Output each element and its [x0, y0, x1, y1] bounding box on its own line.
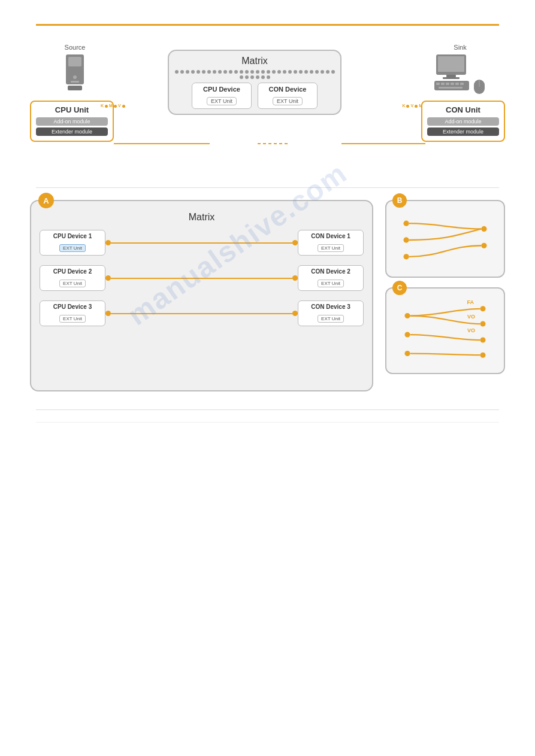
svg-point-29 [405, 351, 410, 356]
separator-1 [36, 187, 499, 188]
matrix-dot [272, 70, 276, 74]
kmv-k-label: K [101, 104, 104, 108]
kmv-v-label: V [118, 104, 121, 108]
kmv-k-right: K [402, 104, 405, 108]
matrix-a-title: Matrix [40, 212, 364, 223]
svg-rect-8 [443, 77, 460, 79]
svg-rect-15 [460, 83, 464, 85]
cpu-device-3-connector-dot [105, 311, 111, 316]
svg-point-23 [403, 237, 409, 242]
svg-rect-10 [436, 83, 440, 85]
panel-b-label: B [392, 193, 407, 208]
matrix-dot [245, 70, 249, 74]
cpu-device-3-box: CPU Device 3 EXT Unit [40, 300, 105, 326]
matrix-dot [229, 70, 232, 74]
kmv-v-dot-right [415, 105, 418, 108]
kmv-k-dot-right [406, 105, 409, 108]
matrix-dot [240, 75, 243, 79]
matrix-devices-row: CPU Device EXT Unit CON Device EXT Unit [174, 83, 335, 109]
cpu-device-1-title: CPU Device 1 [44, 233, 101, 239]
matrix-dot [256, 70, 259, 74]
matrix-dot [277, 70, 281, 74]
matrix-dot [283, 70, 286, 74]
matrix-dot [223, 70, 227, 74]
kmv-v-right: V [410, 104, 413, 108]
source-label: Source [36, 44, 114, 51]
top-accent-line [36, 24, 499, 26]
svg-point-32 [480, 338, 486, 343]
cpu-device-3-title: CPU Device 3 [44, 303, 101, 310]
svg-point-26 [481, 243, 486, 248]
con-addon-module-btn[interactable]: Add-on module [427, 117, 499, 126]
matrix-dot [310, 70, 313, 74]
monitor-icon [433, 53, 487, 95]
matrix-dots-row [174, 70, 335, 79]
matrix-dot [207, 70, 211, 74]
con-device-1-title: CON Device 1 [303, 233, 359, 239]
con-device-2-connector-dot [292, 275, 298, 281]
bottom-separator [36, 409, 499, 410]
kmv-labels-left: K M V [101, 104, 125, 108]
kmv-k-dot [105, 105, 108, 108]
panel-c-vo1-label: VO [467, 314, 475, 320]
cpu-device-3-ext: EXT Unit [59, 315, 86, 323]
matrix-title: Matrix [174, 56, 335, 66]
device-row-1: CPU Device 1 EXT Unit CON Device 1 EXT U… [40, 230, 364, 256]
svg-point-30 [480, 306, 486, 311]
svg-rect-6 [438, 56, 464, 72]
svg-rect-4 [68, 86, 82, 90]
matrix-dot [267, 70, 270, 74]
panel-c-diagram [392, 297, 498, 367]
con-device-1-connector-dot [292, 240, 298, 245]
device-row-2: CPU Device 2 EXT Unit CON Device 2 EXT U… [40, 265, 364, 291]
panel-b-box: B [385, 200, 505, 278]
kmv-v-dot [122, 105, 125, 108]
con-device-2-ext: EXT Unit [318, 280, 344, 287]
con-device-1-ext: EXT Unit [318, 244, 344, 252]
matrix-dot [304, 70, 308, 74]
panel-c-label: C [392, 281, 407, 295]
diagram2-section: A Matrix CPU Device 1 EXT Unit CON Devic… [30, 200, 505, 391]
matrix-con-device-box: CON Device EXT Unit [258, 83, 318, 109]
svg-point-24 [403, 254, 409, 259]
cpu-device-1-connector-dot [105, 240, 111, 245]
svg-rect-9 [434, 81, 469, 90]
panel-c-vo2-label: VO [467, 327, 475, 333]
device-row-3: CPU Device 3 EXT Unit CON Device 3 EXT U… [40, 300, 364, 326]
svg-rect-16 [439, 87, 463, 89]
matrix-dot [261, 70, 265, 74]
computer-tower-icon [60, 53, 90, 95]
svg-point-22 [403, 221, 409, 226]
matrix-a-label: A [38, 193, 54, 208]
side-panels: B C FA VO VO [385, 200, 505, 374]
addon-module-btn[interactable]: Add-on module [36, 117, 108, 126]
con-device-3-box: CON Device 3 EXT Unit [298, 300, 364, 326]
cpu-device-2-box: CPU Device 2 EXT Unit [40, 265, 105, 291]
matrix-dot [197, 70, 200, 74]
kmv-labels-right: K V M [402, 104, 422, 108]
matrix-dot [326, 70, 330, 74]
con-unit-box: CON Unit Add-on module Extender module [421, 101, 505, 142]
matrix-dot [321, 70, 324, 74]
svg-point-25 [481, 226, 486, 232]
panel-b-diagram [392, 210, 498, 271]
cpu-unit-title: CPU Unit [36, 105, 108, 114]
extender-module-btn[interactable]: Extender module [36, 127, 108, 136]
matrix-dot [250, 75, 254, 79]
con-device-3-ext: EXT Unit [318, 315, 344, 323]
svg-point-31 [480, 321, 486, 327]
matrix-dot [245, 75, 249, 79]
svg-rect-11 [441, 83, 445, 85]
svg-rect-3 [71, 81, 79, 83]
matrix-dot [234, 70, 238, 74]
bottom-line [36, 422, 499, 423]
conn-line-3 [111, 313, 292, 314]
matrix-dot [299, 70, 303, 74]
source-block: Source [36, 44, 114, 100]
kmv-m-right: M [419, 104, 422, 108]
svg-rect-13 [451, 83, 454, 85]
kmv-m-label: M [109, 104, 113, 108]
matrix-dot [180, 70, 184, 74]
con-extender-module-btn[interactable]: Extender module [427, 127, 499, 136]
svg-rect-7 [446, 75, 456, 77]
